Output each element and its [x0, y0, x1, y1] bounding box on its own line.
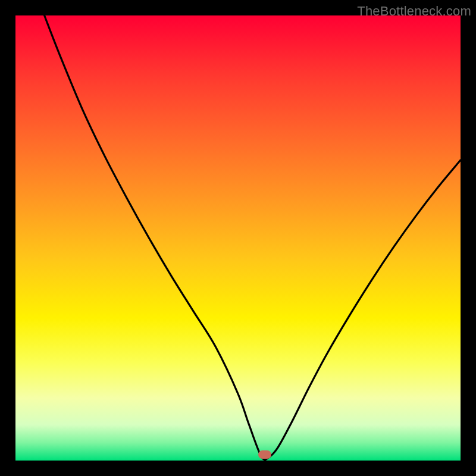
watermark-text: TheBottleneck.com	[357, 4, 471, 19]
minimum-marker	[258, 450, 271, 459]
bottleneck-curve	[45, 15, 461, 460]
plot-area	[15, 15, 461, 461]
curve-svg	[15, 15, 461, 461]
chart-frame: TheBottleneck.com	[0, 0, 476, 476]
